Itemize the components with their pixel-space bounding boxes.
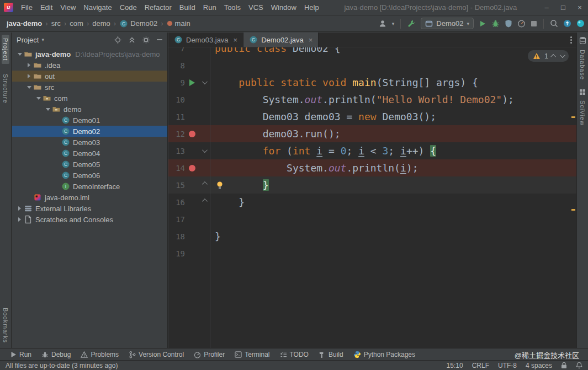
toolwindow-debug[interactable]: Debug bbox=[36, 351, 76, 358]
menu-navigate[interactable]: Navigate bbox=[80, 0, 115, 15]
tree-item-java-demo-iml[interactable]: java-demo.iml bbox=[12, 192, 167, 203]
toolwindow-profiler[interactable]: Profiler bbox=[189, 351, 230, 358]
chevron-down-icon[interactable] bbox=[18, 53, 22, 56]
code-text[interactable]: Demo03 demo03 = new Demo03(); bbox=[210, 108, 576, 125]
tree-item-demo[interactable]: demo bbox=[12, 104, 167, 115]
code-text[interactable]: System.out.println(i); bbox=[210, 159, 576, 176]
warning-stripe-mark[interactable] bbox=[571, 116, 575, 118]
tree-item-src[interactable]: src bbox=[12, 82, 167, 93]
fold-up-icon[interactable] bbox=[202, 199, 207, 204]
chevron-down-icon[interactable] bbox=[27, 86, 31, 89]
toolwindow-todo[interactable]: TODO bbox=[275, 351, 314, 358]
breadcrumb-main[interactable]: main bbox=[166, 19, 192, 28]
intention-bulb-icon[interactable] bbox=[216, 181, 224, 189]
menu-run[interactable]: Run bbox=[199, 0, 220, 15]
tab-options-icon[interactable] bbox=[570, 36, 572, 44]
code-text[interactable]: } bbox=[210, 194, 576, 211]
toolwindow-problems[interactable]: Problems bbox=[76, 351, 124, 358]
profiler-button[interactable] bbox=[517, 19, 526, 28]
debug-button[interactable] bbox=[491, 19, 500, 28]
editor-line-18[interactable]: 18} bbox=[168, 228, 576, 245]
editor-line-17[interactable]: 17 bbox=[168, 211, 576, 228]
prev-issue-icon[interactable] bbox=[550, 54, 556, 60]
tool-button-bookmarks[interactable]: Bookmarks bbox=[2, 308, 9, 343]
chevron-right-icon[interactable] bbox=[18, 217, 21, 222]
run-config-select[interactable]: Demo02 ▾ bbox=[421, 18, 474, 29]
tree-item-demo01[interactable]: CDemo01 bbox=[12, 115, 167, 126]
chevron-down-icon[interactable] bbox=[46, 108, 50, 111]
editor-line-12[interactable]: 12 demo03.run(); bbox=[168, 125, 576, 142]
fold-down-icon[interactable] bbox=[202, 79, 207, 84]
tree-item-demo06[interactable]: CDemo06 bbox=[12, 170, 167, 181]
code-text[interactable]: System.out.println("Hello World! Demo02"… bbox=[210, 91, 576, 108]
code-text[interactable]: demo03.run(); bbox=[210, 125, 576, 142]
collapse-all-icon[interactable] bbox=[128, 36, 136, 44]
chevron-right-icon[interactable] bbox=[18, 206, 21, 211]
chevron-right-icon[interactable] bbox=[28, 74, 30, 78]
editor-line-10[interactable]: 10 System.out.println("Hello World! Demo… bbox=[168, 91, 576, 108]
menu-help[interactable]: Help bbox=[300, 0, 323, 15]
breadcrumb-java-demo[interactable]: java-demo bbox=[6, 19, 43, 28]
toolwindow-terminal[interactable]: Terminal bbox=[230, 351, 274, 358]
tab-close-icon[interactable]: × bbox=[234, 36, 238, 44]
editor-line-14[interactable]: 14 System.out.println(i); bbox=[168, 159, 576, 176]
project-panel-title[interactable]: Project bbox=[17, 36, 39, 44]
editor-line-11[interactable]: 11 Demo03 demo03 = new Demo03(); bbox=[168, 108, 576, 125]
update-project-icon[interactable] bbox=[563, 19, 571, 28]
code-text[interactable]: for (int i = 0; i < 3; i++) { bbox=[210, 142, 576, 159]
tree-item-out[interactable]: out bbox=[12, 71, 167, 82]
tree-item--idea[interactable]: .idea bbox=[12, 60, 167, 71]
readonly-lock-icon[interactable] bbox=[561, 362, 567, 369]
encoding[interactable]: UTF-8 bbox=[498, 362, 517, 369]
user-account-icon[interactable] bbox=[378, 19, 387, 28]
tree-item-external-libraries[interactable]: External Libraries bbox=[12, 203, 167, 214]
tree-item-demo05[interactable]: CDemo05 bbox=[12, 159, 167, 170]
editor-line-19[interactable]: 19 bbox=[168, 245, 576, 262]
tree-item-demo04[interactable]: CDemo04 bbox=[12, 148, 167, 159]
tree-item-demo02[interactable]: CDemo02 bbox=[12, 126, 167, 137]
stop-button[interactable] bbox=[531, 20, 537, 27]
editor-line-9[interactable]: 9 public static void main(String[] args)… bbox=[168, 74, 576, 91]
menu-tools[interactable]: Tools bbox=[220, 0, 245, 15]
coverage-button[interactable] bbox=[505, 19, 512, 28]
maximize-icon[interactable]: □ bbox=[555, 0, 571, 15]
breakpoint-icon[interactable] bbox=[189, 165, 195, 171]
editor-line-13[interactable]: 13 for (int i = 0; i < 3; i++) { bbox=[168, 142, 576, 159]
caret-position[interactable]: 15:10 bbox=[447, 362, 463, 369]
toolwindow-version-control[interactable]: Version Control bbox=[124, 351, 189, 358]
tree-item-com[interactable]: com bbox=[12, 93, 167, 104]
tool-button-project[interactable]: Project bbox=[2, 35, 9, 64]
line-separator[interactable]: CRLF bbox=[472, 362, 489, 369]
toolwindow-run[interactable]: Run bbox=[6, 351, 36, 358]
menu-refactor[interactable]: Refactor bbox=[141, 0, 176, 15]
select-opened-file-icon[interactable] bbox=[114, 36, 122, 44]
indent-style[interactable]: 4 spaces bbox=[526, 362, 552, 369]
tab-demo03-java[interactable]: CDemo03.java× bbox=[168, 33, 243, 47]
hide-panel-icon[interactable] bbox=[156, 36, 163, 43]
menu-edit[interactable]: Edit bbox=[36, 0, 56, 15]
menu-code[interactable]: Code bbox=[116, 0, 141, 15]
minimize-icon[interactable]: – bbox=[538, 0, 555, 15]
tool-button-database[interactable]: Database bbox=[579, 33, 586, 85]
menu-view[interactable]: View bbox=[56, 0, 80, 15]
next-issue-icon[interactable] bbox=[560, 52, 565, 58]
chevron-down-icon[interactable] bbox=[36, 97, 41, 100]
notifications-icon[interactable] bbox=[576, 362, 582, 369]
breadcrumb-src[interactable]: src bbox=[50, 19, 62, 28]
tool-button-sciview[interactable]: SciView bbox=[579, 85, 586, 131]
breadcrumb-demo02[interactable]: CDemo02 bbox=[118, 19, 158, 28]
fold-down-icon[interactable] bbox=[202, 147, 207, 153]
editor-line-16[interactable]: 16 } bbox=[168, 194, 576, 211]
editor-line-8[interactable]: 8 bbox=[168, 57, 576, 74]
toolwindow-python-packages[interactable]: Python Packages bbox=[348, 351, 420, 358]
fold-up-icon[interactable] bbox=[202, 181, 207, 187]
editor-line-15[interactable]: 15 } bbox=[168, 176, 576, 194]
breadcrumb-com[interactable]: com bbox=[68, 19, 84, 28]
chevron-right-icon[interactable] bbox=[28, 63, 30, 67]
menu-vcs[interactable]: VCS bbox=[245, 0, 267, 15]
code-text[interactable]: public static void main(String[] args) { bbox=[210, 74, 576, 91]
menu-window[interactable]: Window bbox=[267, 0, 300, 15]
menu-file[interactable]: File bbox=[17, 0, 36, 15]
search-everywhere-icon[interactable] bbox=[550, 19, 558, 28]
build-project-icon[interactable] bbox=[407, 19, 416, 28]
